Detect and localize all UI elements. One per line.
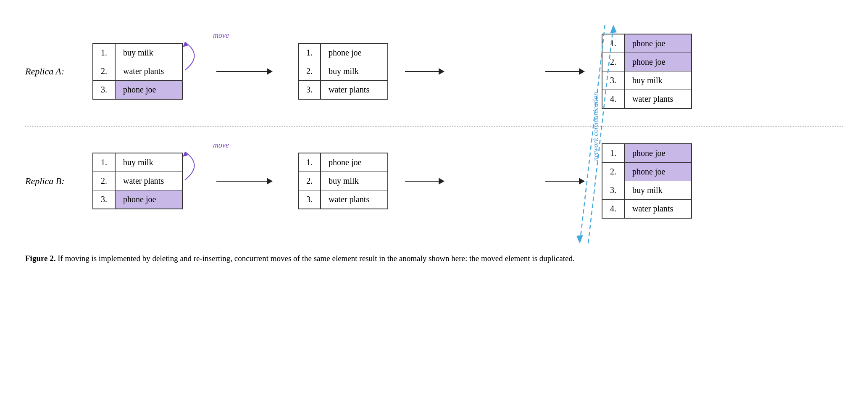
table-row: 1. phone joe <box>602 34 692 53</box>
arrow-b-3 <box>545 178 585 185</box>
move-label-a: move <box>213 31 229 40</box>
table-row: 1. buy milk <box>93 153 182 172</box>
table-row: 3. buy milk <box>602 71 692 90</box>
table-row: 4. water plants <box>602 200 692 219</box>
table-row: 1. phone joe <box>298 153 388 172</box>
figure-caption: Figure 2. If moving is implemented by de… <box>25 252 781 265</box>
replica-b-final-table: 1. phone joe 2. phone joe 3. buy milk 4.… <box>602 143 692 219</box>
svg-marker-2 <box>576 235 583 243</box>
caption-text: If moving is implemented by deleting and… <box>55 254 574 263</box>
table-row: 1. phone joe <box>602 144 692 163</box>
table-row: 2. phone joe <box>602 53 692 71</box>
move-arc-a <box>181 39 206 77</box>
table-row: 2. phone joe <box>602 163 692 181</box>
svg-marker-0 <box>183 42 188 47</box>
table-row: 4. water plants <box>602 90 692 109</box>
table-row: 3. water plants <box>298 190 388 209</box>
replica-b-initial-group: 1. buy milk 2. water plants 3. phone joe… <box>92 153 183 209</box>
table-row: 2. buy milk <box>298 62 388 81</box>
arrow-a-3 <box>545 68 585 75</box>
table-row: 3. phone joe <box>93 81 182 100</box>
table-row: 1. buy milk <box>93 43 182 62</box>
table-row: 3. phone joe <box>93 190 182 209</box>
table-row: 3. buy milk <box>602 181 692 200</box>
table-row: 2. water plants <box>93 172 182 190</box>
replica-a-after-table: 1. phone joe 2. buy milk 3. water plants <box>298 43 388 100</box>
replica-b-after-table: 1. phone joe 2. buy milk 3. water plants <box>298 153 388 209</box>
diagram-area: Replica A: 1. buy milk 2. water plants 3… <box>25 17 843 265</box>
replica-b-label: Replica B: <box>25 176 92 187</box>
caption-bold: Figure 2. <box>25 254 55 263</box>
arrow-a-2 <box>405 68 445 75</box>
move-arc-b <box>181 148 206 186</box>
table-row: 2. water plants <box>93 62 182 81</box>
table-row: 3. water plants <box>298 81 388 100</box>
replica-b-row: Replica B: 1. buy milk 2. water plants 3… <box>25 127 843 235</box>
replica-a-initial-table: 1. buy milk 2. water plants 3. phone joe <box>92 43 183 100</box>
replica-a-label: Replica A: <box>25 66 92 77</box>
replica-a-initial-group: 1. buy milk 2. water plants 3. phone joe… <box>92 43 183 100</box>
arrow-b-1 <box>216 178 273 185</box>
replica-a-final-table: 1. phone joe 2. phone joe 3. buy milk 4.… <box>602 34 692 109</box>
svg-marker-5 <box>183 152 188 157</box>
replica-b-initial-table: 1. buy milk 2. water plants 3. phone joe <box>92 153 183 209</box>
table-row: 2. buy milk <box>298 172 388 190</box>
arrow-b-2 <box>405 178 445 185</box>
move-label-b: move <box>213 141 229 150</box>
table-row: 1. phone joe <box>298 43 388 62</box>
arrow-a-1 <box>216 68 273 75</box>
replica-a-row: Replica A: 1. buy milk 2. water plants 3… <box>25 17 843 126</box>
